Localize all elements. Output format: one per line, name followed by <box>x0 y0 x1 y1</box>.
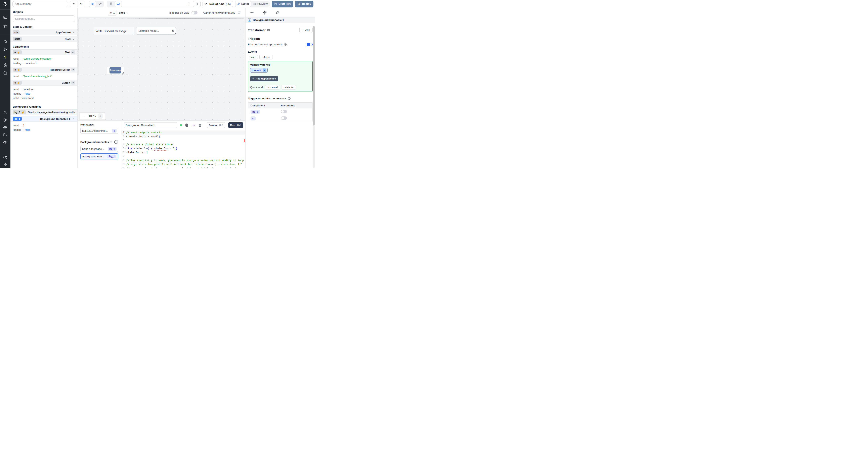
chevron-down-icon[interactable] <box>72 31 75 34</box>
desktop-view-button[interactable] <box>115 1 122 7</box>
folders-folder-icon[interactable] <box>3 133 7 137</box>
expand-sidebar-arrow-icon[interactable] <box>3 162 7 167</box>
collapse-chevron-up-icon[interactable] <box>71 51 75 54</box>
author-label: Author henri@windmill.dev <box>203 11 235 14</box>
insert-plus-tab-icon[interactable] <box>250 10 254 15</box>
event-chip-start[interactable]: start <box>248 55 258 59</box>
recompute-toggle-bg0[interactable] <box>281 110 287 113</box>
remove-dependency-icon[interactable]: × <box>262 68 266 72</box>
desktop-icon <box>117 2 120 6</box>
quick-add-state-foo[interactable]: +state.foo <box>281 85 296 90</box>
hide-bar-toggle[interactable] <box>191 11 197 14</box>
deploy-button[interactable]: Deploy <box>295 1 313 7</box>
output-row-b[interactable]: b☝ Resource Select <box>10 67 78 72</box>
help-icon[interactable] <box>3 155 7 160</box>
output-row-a[interactable]: a☝ Text <box>10 50 78 55</box>
collapse-chevron-up-icon[interactable] <box>71 81 75 85</box>
debug-runs-count: (26) <box>226 2 231 5</box>
add-background-runnable-button[interactable] <box>114 140 118 144</box>
output-row-ctx[interactable]: ctx App Context <box>10 30 78 35</box>
background-runnables-label: Background runnables <box>10 105 78 108</box>
theme-paintbrush-tab-icon[interactable] <box>276 10 280 15</box>
tab-editor[interactable]: Editor <box>235 1 251 7</box>
variables-dollar-icon[interactable]: $ <box>3 55 7 59</box>
scrollbar-track[interactable] <box>313 26 315 168</box>
output-row-c[interactable]: c☝ Button <box>10 80 78 86</box>
collapse-chevron-up-icon[interactable] <box>71 68 75 71</box>
audit-eye-icon[interactable] <box>3 140 7 144</box>
delete-trash-icon[interactable] <box>198 123 202 127</box>
apps-icon[interactable] <box>3 15 7 20</box>
text-component[interactable]: Write Discord message: <box>94 27 134 35</box>
event-chip-refresh[interactable]: refresh <box>259 55 272 59</box>
favorites-star-icon[interactable] <box>3 24 7 28</box>
draft-button[interactable]: Draft ⌘S <box>272 1 293 7</box>
mobile-view-button[interactable] <box>107 1 114 7</box>
format-button[interactable]: Format ⌘S <box>207 122 225 128</box>
runnable-badge: bg_0 <box>108 147 117 151</box>
info-icon[interactable] <box>288 97 291 100</box>
refresh-mode-select[interactable]: once <box>119 11 129 14</box>
output-row-bg1[interactable]: bg_1 Background Runnable 1 <box>10 116 78 122</box>
info-icon[interactable] <box>110 141 112 143</box>
output-row-bg0[interactable]: bg_0☝ Send a message to discord using we… <box>10 109 78 115</box>
add-transformer-button[interactable]: +Add <box>299 27 313 33</box>
cache-database-icon[interactable] <box>185 123 189 127</box>
clear-selection-icon[interactable]: × <box>172 29 174 33</box>
docs-book-button[interactable] <box>193 1 200 7</box>
ai-wand-icon[interactable] <box>191 123 195 127</box>
runnable-item-hub[interactable]: hub/1511/discord/se... c <box>81 128 118 134</box>
center-align-button[interactable] <box>89 1 96 7</box>
zoom-out-button[interactable]: − <box>82 113 87 119</box>
press-me-button[interactable]: Press me <box>110 67 121 73</box>
add-dependency-button[interactable]: + Add dependency <box>250 76 278 81</box>
transformer-label: Transformer <box>248 28 266 32</box>
app-canvas[interactable]: Write Discord message: Example resou... … <box>78 18 245 121</box>
fullscreen-button[interactable] <box>97 1 103 7</box>
run-on-start-toggle[interactable] <box>307 43 313 46</box>
output-row-state[interactable]: state State <box>10 36 78 42</box>
zoom-in-button[interactable]: + <box>98 113 103 119</box>
code-editor-toolbar: Format ⌘S Run ⌘↵ <box>121 121 245 130</box>
redo-button[interactable]: ↷ <box>78 1 85 7</box>
chevron-down-icon[interactable] <box>72 38 75 40</box>
schedules-calendar-icon[interactable] <box>3 71 7 75</box>
settings-diamonds-tab-icon[interactable] <box>262 10 267 15</box>
search-outputs-input[interactable] <box>13 15 75 22</box>
undo-button[interactable]: ↶ <box>70 1 78 7</box>
recompute-column-header: Recompute <box>281 104 312 107</box>
info-icon[interactable] <box>267 29 270 32</box>
script-name-input[interactable] <box>124 122 177 128</box>
resources-cubes-icon[interactable] <box>3 63 7 67</box>
home-icon[interactable] <box>3 39 7 44</box>
debug-runs-button[interactable]: Debug runs (26) <box>203 1 233 7</box>
settings-gear-icon[interactable] <box>3 118 7 122</box>
tab-preview[interactable]: Preview <box>251 1 269 7</box>
windmill-logo-icon[interactable] <box>2 1 8 7</box>
resize-handle[interactable] <box>133 33 134 34</box>
runnable-item-bg0[interactable]: Send a message... bg_0 <box>81 146 118 152</box>
runnable-item-bg1[interactable]: Background Run... bg_1 <box>81 154 118 159</box>
scrollbar-thumb[interactable] <box>313 26 315 126</box>
components-label: Components <box>10 45 78 48</box>
runs-play-icon[interactable] <box>3 47 7 52</box>
resize-handle[interactable] <box>122 72 124 73</box>
resource-select-component[interactable]: Example resou... × <box>136 27 176 35</box>
app-summary-input[interactable] <box>12 1 68 7</box>
run-button[interactable]: Run ⌘↵ <box>228 122 243 128</box>
info-icon[interactable] <box>238 11 241 14</box>
collapse-chevron-up-icon[interactable] <box>71 117 75 121</box>
resize-handle[interactable] <box>174 33 176 34</box>
more-options-kebab-icon[interactable]: ⋮ <box>185 2 191 6</box>
code-editor[interactable]: 1// read outputs and ctx2console.log(ctx… <box>121 130 245 168</box>
recompute-toggle-c[interactable] <box>281 117 287 120</box>
user-icon[interactable] <box>3 110 7 114</box>
refresh-count: 1 <box>113 11 115 14</box>
button-component[interactable]: Press me <box>107 67 124 74</box>
info-icon[interactable] <box>284 43 287 46</box>
workers-robot-icon[interactable] <box>3 125 7 130</box>
b-output-values: result:"$res:u/henri/testing_bot" <box>10 72 78 80</box>
quick-add-ctx-email[interactable]: +ctx.email <box>265 85 280 90</box>
refresh-control[interactable]: ↻ 1 <box>108 10 117 16</box>
watched-dependency-chip[interactable]: b.result × <box>250 68 268 73</box>
